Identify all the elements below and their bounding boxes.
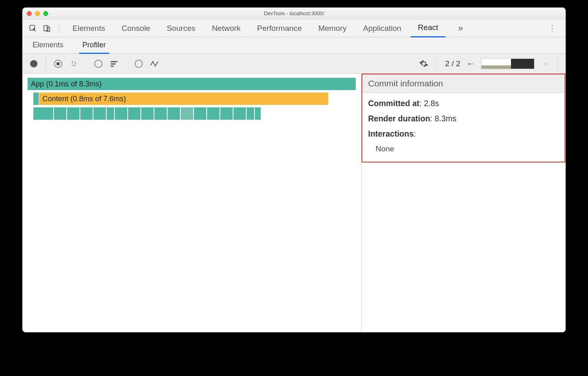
divider	[558, 58, 558, 70]
flame-icon[interactable]	[68, 58, 80, 70]
commit-bar-chart[interactable]	[481, 58, 534, 69]
flame-leaf[interactable]	[194, 107, 206, 120]
divider	[46, 58, 46, 70]
flame-leaf[interactable]	[255, 107, 261, 120]
next-commit-icon: →	[538, 58, 552, 69]
render-duration-row: Render duration: 8.3ms	[368, 114, 559, 123]
commit-bar-1[interactable]	[481, 59, 511, 69]
tab-network[interactable]: Network	[205, 19, 248, 37]
flame-row-content[interactable]: Content (0.8ms of 7.6ms)	[33, 93, 356, 105]
devtools-window: DevTools - localhost:3000/ Elements Cons…	[22, 7, 566, 332]
flamegraph-radio[interactable]	[52, 58, 64, 70]
flamegraph-pane: App (0.1ms of 8.3ms) Content (0.8ms of 7…	[23, 74, 361, 332]
commit-info-highlight: Commit information Committed at: 2.8s Re…	[362, 74, 565, 162]
tab-memory[interactable]: Memory	[311, 19, 354, 37]
interactions-icon[interactable]	[148, 58, 161, 70]
flame-leaf[interactable]	[33, 107, 53, 120]
subtab-profiler[interactable]: Profiler	[79, 39, 109, 54]
tab-sources[interactable]: Sources	[159, 19, 203, 37]
interactions-label: Interactions	[368, 129, 414, 138]
flame-leaf[interactable]	[141, 107, 154, 120]
flame-leaf[interactable]	[154, 107, 167, 120]
tab-application[interactable]: Application	[356, 19, 409, 37]
interactions-radio[interactable]	[133, 58, 145, 70]
flame-leaf[interactable]	[233, 107, 246, 120]
committed-at-row: Committed at: 2.8s	[368, 99, 559, 108]
tab-react[interactable]: React	[411, 19, 446, 37]
tabs-overflow-icon[interactable]: »	[454, 19, 467, 37]
window-title: DevTools - localhost:3000/	[23, 11, 565, 16]
commit-info-body: Committed at: 2.8s Render duration: 8.3m…	[362, 93, 565, 162]
interactions-value: None	[368, 144, 559, 153]
interactions-row: Interactions:	[368, 129, 559, 139]
flame-leaf[interactable]	[128, 107, 140, 120]
svg-rect-3	[111, 61, 118, 62]
flame-label-app: App (0.1ms of 8.3ms)	[31, 80, 102, 88]
tab-performance[interactable]: Performance	[250, 19, 309, 37]
svg-rect-5	[111, 65, 114, 67]
prev-commit-icon[interactable]: ←	[464, 58, 478, 69]
commit-bar-2[interactable]	[511, 59, 534, 69]
flame-leaf[interactable]	[220, 107, 233, 120]
profiler-main: App (0.1ms of 8.3ms) Content (0.8ms of 7…	[23, 74, 565, 332]
flame-segment-content[interactable]: Content (0.8ms of 7.6ms)	[39, 93, 329, 105]
render-duration-label: Render duration	[368, 114, 430, 123]
flame-leaf[interactable]	[107, 107, 114, 120]
flame-leaf[interactable]	[67, 107, 79, 120]
divider	[59, 23, 59, 33]
sidebar: Commit information Committed at: 2.8s Re…	[361, 74, 565, 332]
flame-leaf[interactable]	[80, 107, 93, 120]
device-toolbar-icon[interactable]	[41, 22, 53, 35]
tab-console[interactable]: Console	[114, 19, 158, 37]
flame-leaf[interactable]	[247, 107, 254, 120]
svg-rect-1	[44, 26, 48, 31]
committed-at-value: : 2.8s	[420, 99, 439, 108]
window-titlebar: DevTools - localhost:3000/	[23, 8, 565, 19]
flame-leaf[interactable]	[181, 107, 193, 120]
flame-row-leaves	[33, 107, 356, 120]
more-options-icon[interactable]: ⋮	[543, 23, 561, 33]
tab-elements[interactable]: Elements	[65, 19, 112, 37]
settings-gear-icon[interactable]	[418, 58, 430, 70]
subtab-elements[interactable]: Elements	[29, 39, 67, 53]
profiler-toolbar: 2 / 2 ← →	[23, 54, 565, 74]
record-button[interactable]	[28, 58, 40, 70]
devtools-tabbar: Elements Console Sources Network Perform…	[23, 19, 565, 37]
flame-label-content: Content (0.8ms of 7.6ms)	[42, 95, 126, 103]
commit-info-header: Commit information	[362, 74, 565, 93]
react-subtabs: Elements Profiler	[23, 37, 565, 54]
flame-leaf[interactable]	[115, 107, 127, 120]
render-duration-value: : 8.3ms	[430, 114, 457, 123]
divider	[436, 58, 436, 70]
interactions-colon: :	[414, 129, 416, 138]
committed-at-label: Committed at	[368, 99, 420, 108]
ranked-radio[interactable]	[92, 58, 105, 70]
flame-leaf[interactable]	[54, 107, 66, 120]
commit-pager: 2 / 2	[445, 59, 460, 68]
flame-leaf[interactable]	[168, 107, 180, 120]
svg-rect-4	[111, 63, 116, 65]
ranked-icon[interactable]	[108, 58, 120, 70]
flame-leaf[interactable]	[207, 107, 219, 120]
flame-segment-app[interactable]: App (0.1ms of 8.3ms)	[28, 78, 356, 90]
flame-row-app[interactable]: App (0.1ms of 8.3ms)	[28, 78, 356, 90]
flame-leaf[interactable]	[93, 107, 106, 120]
inspect-element-icon[interactable]	[27, 22, 39, 35]
flame-segment-stub[interactable]	[33, 93, 39, 105]
